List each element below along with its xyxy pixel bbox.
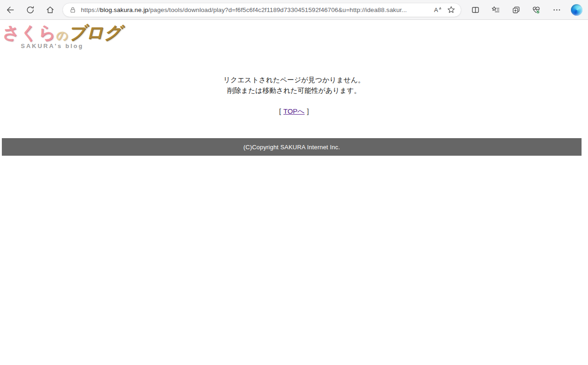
toolbar-right-icons	[468, 2, 584, 17]
browser-essentials-icon	[532, 5, 541, 14]
site-logo-title: さくらのブログ	[2, 23, 588, 45]
bracket-close: ]	[307, 107, 309, 115]
split-screen-button[interactable]	[468, 2, 483, 17]
copilot-button[interactable]	[570, 3, 583, 17]
copilot-icon	[571, 4, 582, 16]
page-footer: (C)Copyright SAKURA Internet Inc.	[2, 138, 582, 156]
copyright-text: (C)Copyright SAKURA Internet Inc.	[244, 144, 340, 151]
back-icon	[6, 6, 15, 14]
read-aloud-icon: A	[433, 6, 442, 14]
favorite-star-icon	[447, 6, 455, 14]
refresh-icon	[26, 6, 35, 14]
url-scheme: https://	[81, 6, 100, 13]
home-button[interactable]	[43, 2, 57, 17]
back-button[interactable]	[3, 2, 18, 17]
split-screen-icon	[471, 6, 480, 14]
address-bar[interactable]: https://blog.sakura.ne.jp/pages/tools/do…	[62, 3, 461, 17]
page-content: さくらのブログ SAKURA's blog リクエストされたページが見つかりませ…	[0, 23, 588, 156]
top-link-row: [TOPへ]	[0, 107, 588, 116]
site-logo: さくらのブログ SAKURA's blog	[2, 23, 588, 49]
url-text: https://blog.sakura.ne.jp/pages/tools/do…	[81, 6, 430, 13]
favorites-button[interactable]	[488, 2, 503, 17]
error-line-1: リクエストされたページが見つかりません。	[0, 74, 588, 85]
collections-button[interactable]	[508, 2, 523, 17]
collections-icon	[512, 6, 521, 14]
more-icon	[552, 6, 561, 14]
home-icon	[46, 6, 55, 14]
bracket-open: [	[279, 107, 281, 115]
favorites-icon	[491, 6, 500, 14]
top-link[interactable]: TOPへ	[283, 107, 305, 115]
refresh-button[interactable]	[23, 2, 37, 17]
error-message: リクエストされたページが見つかりません。 削除または移動された可能性があります。	[0, 74, 588, 96]
browser-essentials-button[interactable]	[529, 2, 544, 17]
url-domain: blog.sakura.ne.jp	[100, 6, 148, 13]
svg-text:A: A	[434, 6, 438, 13]
url-path: /pages/tools/download/play?d=f6f5c6f4c2f…	[148, 6, 407, 13]
read-aloud-button[interactable]: A	[430, 4, 444, 16]
logo-text-sakura: さくら	[2, 23, 56, 42]
lock-icon[interactable]	[69, 6, 77, 14]
more-options-button[interactable]	[549, 2, 564, 17]
browser-toolbar: https://blog.sakura.ne.jp/pages/tools/do…	[0, 0, 588, 20]
favorite-star-button[interactable]	[444, 4, 458, 16]
error-line-2: 削除または移動された可能性があります。	[0, 85, 588, 96]
logo-text-blog: ブログ	[68, 23, 122, 42]
logo-text-no: の	[56, 29, 68, 42]
